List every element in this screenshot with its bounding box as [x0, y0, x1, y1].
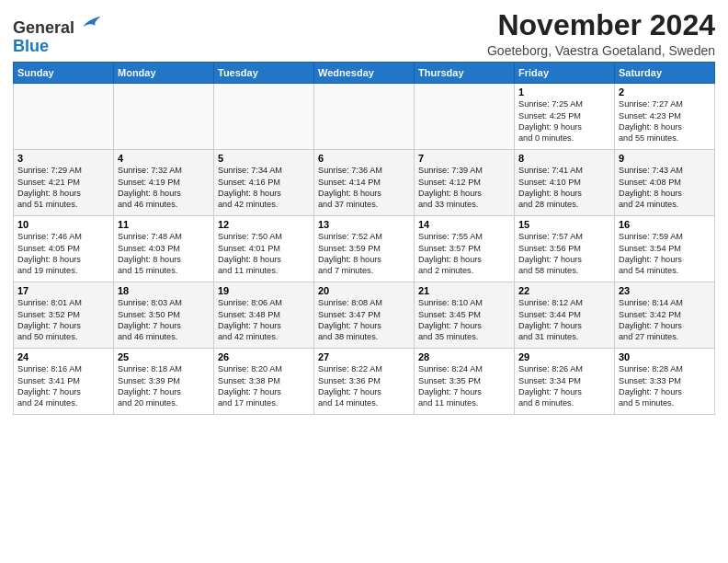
table-row	[14, 84, 114, 150]
table-row: 17Sunrise: 8:01 AM Sunset: 3:52 PM Dayli…	[14, 282, 114, 349]
logo-bird-icon	[82, 13, 102, 33]
day-number: 18	[118, 285, 210, 296]
logo-blue: Blue	[13, 37, 49, 55]
table-row: 22Sunrise: 8:12 AM Sunset: 3:44 PM Dayli…	[515, 282, 615, 349]
table-row: 3Sunrise: 7:29 AM Sunset: 4:21 PM Daylig…	[14, 150, 114, 216]
table-row: 10Sunrise: 7:46 AM Sunset: 4:05 PM Dayli…	[14, 216, 114, 282]
day-info: Sunrise: 8:12 AM Sunset: 3:44 PM Dayligh…	[518, 297, 610, 343]
day-number: 30	[619, 351, 711, 362]
table-row: 29Sunrise: 8:26 AM Sunset: 3:34 PM Dayli…	[515, 349, 615, 415]
day-number: 1	[518, 86, 610, 98]
table-row: 28Sunrise: 8:24 AM Sunset: 3:35 PM Dayli…	[415, 349, 515, 415]
calendar-week-row: 3Sunrise: 7:29 AM Sunset: 4:21 PM Daylig…	[14, 150, 715, 216]
table-row: 15Sunrise: 7:57 AM Sunset: 3:56 PM Dayli…	[515, 216, 615, 282]
logo: General Blue	[13, 13, 102, 56]
day-info: Sunrise: 8:03 AM Sunset: 3:50 PM Dayligh…	[118, 297, 210, 343]
day-info: Sunrise: 7:36 AM Sunset: 4:14 PM Dayligh…	[318, 165, 410, 211]
day-number: 12	[218, 219, 310, 230]
day-number: 8	[518, 153, 610, 164]
table-row: 24Sunrise: 8:16 AM Sunset: 3:41 PM Dayli…	[14, 349, 114, 415]
day-number: 20	[318, 285, 410, 296]
header-monday: Monday	[114, 63, 214, 84]
header-friday: Friday	[515, 63, 615, 84]
calendar-table: Sunday Monday Tuesday Wednesday Thursday…	[13, 62, 715, 415]
calendar-week-row: 1Sunrise: 7:25 AM Sunset: 4:25 PM Daylig…	[14, 84, 715, 150]
day-number: 11	[118, 219, 210, 230]
day-number: 26	[218, 351, 310, 362]
day-number: 16	[619, 219, 711, 230]
day-number: 2	[619, 86, 711, 98]
day-info: Sunrise: 7:25 AM Sunset: 4:25 PM Dayligh…	[518, 98, 610, 144]
table-row: 2Sunrise: 7:27 AM Sunset: 4:23 PM Daylig…	[615, 84, 715, 150]
day-info: Sunrise: 8:26 AM Sunset: 3:34 PM Dayligh…	[518, 363, 610, 409]
table-row: 14Sunrise: 7:55 AM Sunset: 3:57 PM Dayli…	[415, 216, 515, 282]
table-row: 20Sunrise: 8:08 AM Sunset: 3:47 PM Dayli…	[314, 282, 415, 349]
table-row: 5Sunrise: 7:34 AM Sunset: 4:16 PM Daylig…	[214, 150, 314, 216]
day-info: Sunrise: 7:39 AM Sunset: 4:12 PM Dayligh…	[418, 165, 510, 211]
day-info: Sunrise: 7:52 AM Sunset: 3:59 PM Dayligh…	[318, 231, 410, 277]
table-row: 11Sunrise: 7:48 AM Sunset: 4:03 PM Dayli…	[114, 216, 214, 282]
logo-general: General	[13, 18, 74, 37]
day-number: 17	[17, 285, 109, 296]
day-info: Sunrise: 8:14 AM Sunset: 3:42 PM Dayligh…	[619, 297, 711, 343]
table-row	[415, 84, 515, 150]
day-info: Sunrise: 7:57 AM Sunset: 3:56 PM Dayligh…	[518, 231, 610, 277]
table-row	[214, 84, 314, 150]
table-row: 21Sunrise: 8:10 AM Sunset: 3:45 PM Dayli…	[415, 282, 515, 349]
day-info: Sunrise: 8:16 AM Sunset: 3:41 PM Dayligh…	[17, 363, 109, 409]
table-row: 1Sunrise: 7:25 AM Sunset: 4:25 PM Daylig…	[515, 84, 615, 150]
table-row	[314, 84, 415, 150]
day-info: Sunrise: 8:20 AM Sunset: 3:38 PM Dayligh…	[218, 363, 310, 409]
day-info: Sunrise: 8:08 AM Sunset: 3:47 PM Dayligh…	[318, 297, 410, 343]
day-info: Sunrise: 7:41 AM Sunset: 4:10 PM Dayligh…	[518, 165, 610, 211]
day-info: Sunrise: 7:46 AM Sunset: 4:05 PM Dayligh…	[17, 231, 109, 277]
day-info: Sunrise: 7:43 AM Sunset: 4:08 PM Dayligh…	[619, 165, 711, 211]
day-info: Sunrise: 8:01 AM Sunset: 3:52 PM Dayligh…	[17, 297, 109, 343]
day-number: 28	[418, 351, 510, 362]
day-number: 10	[17, 219, 109, 230]
day-info: Sunrise: 7:59 AM Sunset: 3:54 PM Dayligh…	[619, 231, 711, 277]
table-row: 12Sunrise: 7:50 AM Sunset: 4:01 PM Dayli…	[214, 216, 314, 282]
day-info: Sunrise: 7:50 AM Sunset: 4:01 PM Dayligh…	[218, 231, 310, 277]
table-row: 9Sunrise: 7:43 AM Sunset: 4:08 PM Daylig…	[615, 150, 715, 216]
day-number: 4	[118, 153, 210, 164]
calendar-week-row: 24Sunrise: 8:16 AM Sunset: 3:41 PM Dayli…	[14, 349, 715, 415]
day-number: 3	[17, 153, 109, 164]
header-wednesday: Wednesday	[314, 63, 415, 84]
day-number: 25	[118, 351, 210, 362]
day-number: 14	[418, 219, 510, 230]
table-row: 30Sunrise: 8:28 AM Sunset: 3:33 PM Dayli…	[615, 349, 715, 415]
day-info: Sunrise: 8:06 AM Sunset: 3:48 PM Dayligh…	[218, 297, 310, 343]
table-row: 7Sunrise: 7:39 AM Sunset: 4:12 PM Daylig…	[415, 150, 515, 216]
table-row: 26Sunrise: 8:20 AM Sunset: 3:38 PM Dayli…	[214, 349, 314, 415]
calendar-week-row: 10Sunrise: 7:46 AM Sunset: 4:05 PM Dayli…	[14, 216, 715, 282]
table-row: 4Sunrise: 7:32 AM Sunset: 4:19 PM Daylig…	[114, 150, 214, 216]
table-row: 19Sunrise: 8:06 AM Sunset: 3:48 PM Dayli…	[214, 282, 314, 349]
header-saturday: Saturday	[615, 63, 715, 84]
location-subtitle: Goeteborg, Vaestra Goetaland, Sweden	[487, 43, 715, 58]
table-row: 25Sunrise: 8:18 AM Sunset: 3:39 PM Dayli…	[114, 349, 214, 415]
day-number: 7	[418, 153, 510, 164]
day-info: Sunrise: 7:34 AM Sunset: 4:16 PM Dayligh…	[218, 165, 310, 211]
calendar-week-row: 17Sunrise: 8:01 AM Sunset: 3:52 PM Dayli…	[14, 282, 715, 349]
day-number: 15	[518, 219, 610, 230]
month-title: November 2024	[487, 9, 715, 41]
day-info: Sunrise: 7:32 AM Sunset: 4:19 PM Dayligh…	[118, 165, 210, 211]
header-thursday: Thursday	[415, 63, 515, 84]
table-row: 18Sunrise: 8:03 AM Sunset: 3:50 PM Dayli…	[114, 282, 214, 349]
day-number: 29	[518, 351, 610, 362]
title-block: November 2024 Goeteborg, Vaestra Goetala…	[487, 9, 715, 58]
day-info: Sunrise: 7:27 AM Sunset: 4:23 PM Dayligh…	[619, 98, 711, 144]
table-row: 16Sunrise: 7:59 AM Sunset: 3:54 PM Dayli…	[615, 216, 715, 282]
day-info: Sunrise: 8:28 AM Sunset: 3:33 PM Dayligh…	[619, 363, 711, 409]
day-info: Sunrise: 7:48 AM Sunset: 4:03 PM Dayligh…	[118, 231, 210, 277]
table-row: 13Sunrise: 7:52 AM Sunset: 3:59 PM Dayli…	[314, 216, 415, 282]
day-number: 5	[218, 153, 310, 164]
header-tuesday: Tuesday	[214, 63, 314, 84]
table-row: 27Sunrise: 8:22 AM Sunset: 3:36 PM Dayli…	[314, 349, 415, 415]
table-row: 8Sunrise: 7:41 AM Sunset: 4:10 PM Daylig…	[515, 150, 615, 216]
day-info: Sunrise: 8:18 AM Sunset: 3:39 PM Dayligh…	[118, 363, 210, 409]
day-info: Sunrise: 8:22 AM Sunset: 3:36 PM Dayligh…	[318, 363, 410, 409]
day-number: 24	[17, 351, 109, 362]
calendar-header-row: Sunday Monday Tuesday Wednesday Thursday…	[14, 63, 715, 84]
